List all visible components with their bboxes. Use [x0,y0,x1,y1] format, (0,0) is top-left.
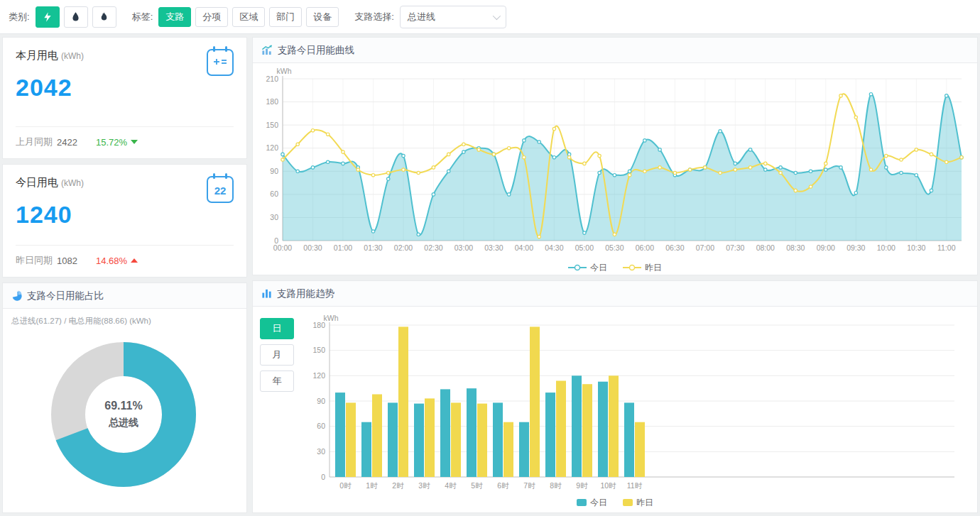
month-energy-value: 2042 [16,74,234,101]
svg-text:10:30: 10:30 [907,243,925,252]
bar-chart-icon [261,288,272,299]
tag-device[interactable]: 设备 [306,7,339,27]
pie-chart-icon [11,290,22,301]
gas-type-button[interactable] [92,6,116,28]
range-year-button[interactable]: 年 [260,370,294,392]
tag-subitem[interactable]: 分项 [195,7,228,27]
svg-text:kWh: kWh [324,314,339,322]
dashboard: 本月用电(kWh) 2042 上月同期 2422 15.72% 今 [0,34,980,513]
branch-select-value: 总进线 [408,11,435,23]
donut-chart[interactable] [3,326,246,505]
day-card-title-text: 今日用电 [16,176,58,188]
category-label: 类别: [9,11,30,23]
line-marker-yesterday-icon [623,264,641,271]
day-compare-row: 昨日同期 1082 14.68% [16,245,234,277]
month-percent: 15.72% [96,137,127,148]
month-card-title-text: 本月用电 [16,49,58,61]
legend-item-today[interactable]: 今日 [568,262,607,274]
svg-text:7时: 7时 [523,481,535,490]
day-energy-card: 今日用电(kWh) 22 1240 昨日同期 1082 14.68% [2,164,247,278]
electricity-type-button[interactable] [36,6,60,28]
svg-text:08:30: 08:30 [786,243,805,252]
month-compare-label: 上月同期 [16,136,53,148]
topbar: 类别: 标签: 支路 分项 区域 部门 设备 支路选择: 总进线 [0,0,980,34]
pie-subtitle: 总进线(61.27) / 电总用能(88.66) (kWh) [3,309,246,326]
donut-chart-container: 69.11% 总进线 [3,326,246,508]
month-energy-card: 本月用电(kWh) 2042 上月同期 2422 15.72% [2,37,247,159]
svg-text:0时: 0时 [339,481,352,490]
branch-select-label: 支路选择: [354,11,394,23]
day-compare-value: 1082 [57,256,77,266]
today-curve-panel: 支路今日用能曲线 00:0000:3001:0001:3002:0002:300… [252,37,978,275]
legend-label-yesterday: 昨日 [645,262,662,274]
tag-label: 标签: [132,11,153,23]
svg-text:90: 90 [317,397,325,405]
line-panel-title: 支路今日用能曲线 [278,44,354,57]
svg-text:5时: 5时 [471,481,483,490]
day-energy-value: 1240 [16,201,234,229]
range-month-button[interactable]: 月 [260,344,294,366]
svg-text:06:30: 06:30 [665,243,684,252]
today-yesterday-line-chart[interactable]: 00:0000:3001:0001:3002:0002:3003:0003:30… [257,66,973,255]
lightning-icon [42,11,53,23]
tag-department[interactable]: 部门 [269,7,302,27]
bar-swatch-today-icon [577,499,587,506]
svg-text:0: 0 [321,473,325,481]
svg-text:02:30: 02:30 [424,243,442,252]
tag-branch[interactable]: 支路 [158,7,191,27]
svg-text:08:00: 08:00 [756,243,775,252]
trend-down-icon [131,140,138,144]
water-drop-icon [70,11,81,22]
trend-bar-chart[interactable]: 0306090120150180kWh0时1时2时3时4时5时6时7时8时9时1… [304,314,964,493]
svg-text:8时: 8时 [550,481,562,490]
day-card-unit: (kWh) [61,178,84,188]
day-card-title: 今日用电(kWh) [16,176,234,190]
branch-select[interactable]: 总进线 [400,6,506,28]
svg-text:11时: 11时 [627,481,643,490]
svg-text:1时: 1时 [366,481,378,490]
energy-share-panel: 支路今日用能占比 总进线(61.27) / 电总用能(88.66) (kWh) … [2,282,247,513]
svg-text:60: 60 [270,190,278,198]
svg-text:6时: 6时 [497,481,509,490]
svg-text:9时: 9时 [576,481,588,490]
svg-text:180: 180 [266,97,278,106]
svg-text:00:30: 00:30 [303,243,322,252]
bar-legend-label-today: 今日 [590,497,607,509]
month-compare-row: 上月同期 2422 15.72% [16,126,234,158]
svg-text:07:30: 07:30 [726,243,744,252]
water-type-button[interactable] [64,6,88,28]
line-chart-icon [261,45,273,55]
line-legend: 今日 昨日 [253,258,977,278]
svg-text:04:00: 04:00 [515,243,533,252]
line-panel-header: 支路今日用能曲线 [253,38,977,63]
svg-text:10时: 10时 [600,481,616,490]
svg-text:04:30: 04:30 [545,243,563,252]
bar-legend-label-yesterday: 昨日 [636,497,653,509]
svg-text:3时: 3时 [418,481,430,490]
svg-text:05:00: 05:00 [575,243,594,252]
bar-legend-item-today[interactable]: 今日 [577,497,607,509]
svg-text:4时: 4时 [445,481,457,490]
range-day-button[interactable]: 日 [260,318,294,339]
left-column: 本月用电(kWh) 2042 上月同期 2422 15.72% 今 [2,37,247,513]
legend-item-yesterday[interactable]: 昨日 [623,262,662,274]
chevron-down-icon [493,11,501,19]
trend-panel: 支路用能趋势 日 月 年 0306090120150180kWh0时1时2时3时… [252,280,978,513]
bar-legend-item-yesterday[interactable]: 昨日 [623,497,653,509]
trend-up-icon [131,258,138,263]
day-percent: 14.68% [96,256,127,266]
month-card-title: 本月用电(kWh) [16,49,234,62]
bar-panel-title: 支路用能趋势 [277,287,334,300]
bar-panel-header: 支路用能趋势 [253,281,977,307]
svg-text:150: 150 [266,121,278,129]
range-buttons: 日 月 年 [260,314,304,493]
svg-text:03:30: 03:30 [484,243,503,252]
svg-text:90: 90 [270,167,278,175]
month-card-unit: (kWh) [61,51,84,61]
svg-text:07:00: 07:00 [696,243,714,252]
legend-label-today: 今日 [590,262,607,274]
svg-text:10:00: 10:00 [877,243,895,252]
tag-area[interactable]: 区域 [232,7,265,27]
svg-text:05:30: 05:30 [605,243,624,252]
svg-text:210: 210 [266,75,278,83]
